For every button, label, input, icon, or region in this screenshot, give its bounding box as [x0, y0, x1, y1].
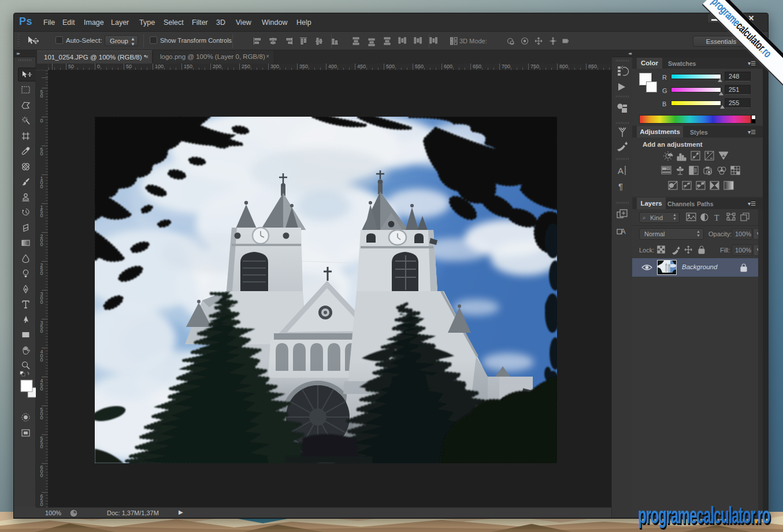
svg-text:T: T: [714, 214, 719, 222]
svg-text:A: A: [621, 227, 626, 236]
svg-text:A: A: [618, 166, 624, 176]
svg-text:¶: ¶: [618, 181, 623, 191]
